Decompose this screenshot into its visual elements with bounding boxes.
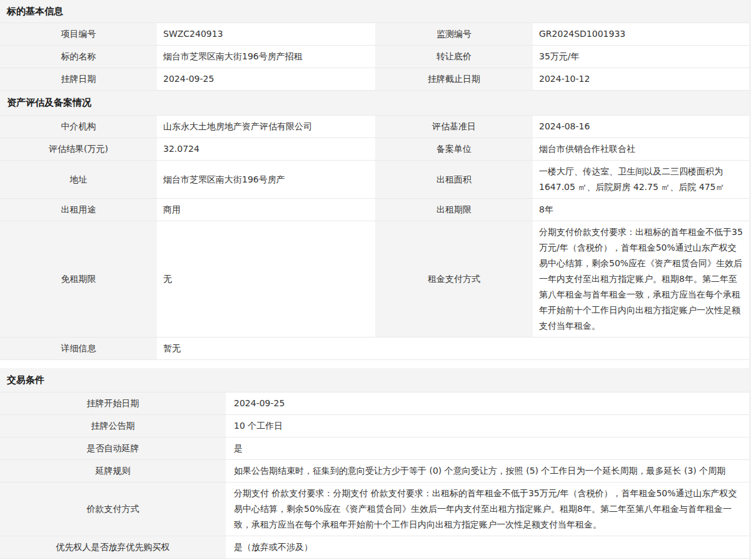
field-label: 挂牌截止日期	[375, 68, 533, 90]
field-label: 延牌规则	[0, 460, 226, 482]
field-value: 如果公告期结束时，征集到的意向受让方少于等于 (0) 个意向受让方，按照 (5)…	[226, 460, 749, 482]
field-label: 标的名称	[0, 46, 157, 68]
field-value: 暂无	[157, 338, 749, 359]
field-value: 2024-09-25	[157, 68, 375, 90]
field-label: 价款支付方式	[0, 482, 226, 536]
table-row: 评估结果(万元)32.0724备案单位烟台市供销合作社联合社	[0, 138, 749, 160]
table-row: 挂牌开始日期2024-09-25	[0, 392, 749, 414]
appraisal-table: 中介机构山东永大土地房地产资产评估有限公司评估基准日2024-08-16评估结果…	[0, 115, 749, 360]
field-label: 监测编号	[375, 23, 533, 45]
table-row: 出租用途商用出租期限8年	[0, 198, 749, 221]
property-listing-page: 标的基本信息 项目编号SWZC240913监测编号GR2024SD1001933…	[0, 0, 749, 559]
table-row: 详细信息暂无	[0, 337, 749, 359]
section-title-basic-info: 标的基本信息	[0, 0, 749, 22]
field-value: 烟台市供销合作社联合社	[533, 138, 749, 160]
field-value: 无	[157, 221, 375, 337]
field-label: 是否自动延牌	[0, 438, 226, 459]
table-row: 延牌规则如果公告期结束时，征集到的意向受让方少于等于 (0) 个意向受让方，按照…	[0, 459, 749, 482]
table-row: 标的名称烟台市芝罘区南大街196号房产招租转让底价35万元/年	[0, 45, 749, 68]
field-value: 烟台市芝罘区南大街196号房产	[157, 161, 375, 198]
section-title-appraisal: 资产评估及备案情况	[0, 91, 749, 115]
field-label: 备案单位	[375, 138, 533, 160]
field-label: 详细信息	[0, 338, 157, 359]
field-label: 评估结果(万元)	[0, 138, 157, 160]
table-row: 是否自动延牌是	[0, 437, 749, 459]
field-label: 地址	[0, 161, 157, 198]
section-trade-conditions: 交易条件 挂牌开始日期2024-09-25挂牌公告期10 个工作日是否自动延牌是…	[0, 368, 749, 559]
field-label: 优先权人是否放弃优先购买权	[0, 536, 226, 558]
field-label: 出租期限	[375, 199, 533, 221]
field-label: 出租面积	[375, 161, 533, 198]
field-value: GR2024SD1001933	[533, 23, 749, 45]
field-value: 8年	[533, 199, 749, 221]
table-row: 免租期限无租金支付方式分期支付价款支付要求：出租标的首年租金不低于35万元/年（…	[0, 221, 749, 337]
field-label: 免租期限	[0, 221, 157, 337]
field-label: 评估基准日	[375, 116, 533, 138]
field-value: 是	[226, 438, 749, 459]
field-value: 分期支付价款支付要求：出租标的首年租金不低于35万元/年（含税价），首年租金50…	[533, 221, 749, 337]
trade-conditions-table: 挂牌开始日期2024-09-25挂牌公告期10 个工作日是否自动延牌是延牌规则如…	[0, 392, 749, 559]
field-value: 商用	[157, 199, 375, 221]
table-row: 中介机构山东永大土地房地产资产评估有限公司评估基准日2024-08-16	[0, 115, 749, 138]
table-row: 挂牌公告期10 个工作日	[0, 414, 749, 437]
field-value: 是（放弃或不涉及）	[226, 536, 749, 558]
field-label: 项目编号	[0, 23, 157, 45]
field-value: 10 个工作日	[226, 415, 749, 437]
section-title-trade-conditions: 交易条件	[0, 368, 749, 392]
field-value: 35万元/年	[533, 46, 749, 68]
field-label: 挂牌日期	[0, 68, 157, 90]
section-basic-info: 标的基本信息 项目编号SWZC240913监测编号GR2024SD1001933…	[0, 0, 749, 91]
field-value: 山东永大土地房地产资产评估有限公司	[157, 116, 375, 138]
table-row: 挂牌日期2024-09-25挂牌截止日期2024-10-12	[0, 68, 749, 90]
field-value: 一楼大厅、传达室、卫生间以及二三四楼面积为1647.05 ㎡、后院厨房 42.7…	[533, 161, 749, 198]
table-row: 地址烟台市芝罘区南大街196号房产出租面积一楼大厅、传达室、卫生间以及二三四楼面…	[0, 160, 749, 198]
field-label: 挂牌公告期	[0, 415, 226, 437]
field-label: 租金支付方式	[375, 221, 533, 337]
field-value: SWZC240913	[157, 23, 375, 45]
table-row: 项目编号SWZC240913监测编号GR2024SD1001933	[0, 22, 749, 45]
field-value: 2024-09-25	[226, 392, 749, 414]
field-label: 挂牌开始日期	[0, 392, 226, 414]
field-label: 出租用途	[0, 199, 157, 221]
table-row: 价款支付方式分期支付 价款支付要求：分期支付 价款支付要求：出租标的首年租金不低…	[0, 482, 749, 536]
field-label: 中介机构	[0, 116, 157, 138]
field-value: 分期支付 价款支付要求：分期支付 价款支付要求：出租标的首年租金不低于35万元/…	[226, 482, 749, 536]
table-row: 优先权人是否放弃优先购买权是（放弃或不涉及）	[0, 536, 749, 558]
field-label: 转让底价	[375, 46, 533, 68]
field-value: 2024-08-16	[533, 116, 749, 138]
section-appraisal-info: 资产评估及备案情况 中介机构山东永大土地房地产资产评估有限公司评估基准日2024…	[0, 91, 749, 360]
basic-info-table: 项目编号SWZC240913监测编号GR2024SD1001933标的名称烟台市…	[0, 22, 749, 91]
field-value: 烟台市芝罘区南大街196号房产招租	[157, 46, 375, 68]
field-value: 32.0724	[157, 138, 375, 160]
field-value: 2024-10-12	[533, 68, 749, 90]
